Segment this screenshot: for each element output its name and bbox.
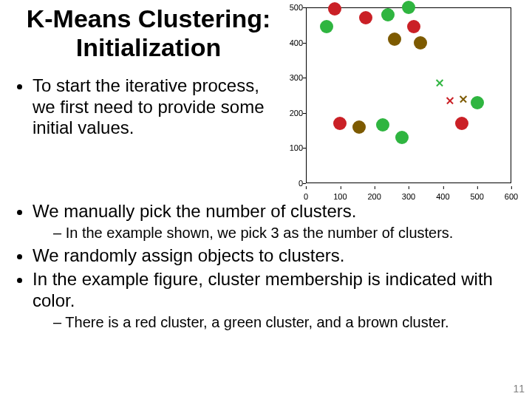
data-point: [381, 8, 395, 21]
y-tick: 500: [284, 3, 303, 12]
y-tick: 300: [284, 73, 303, 82]
y-tick: 0: [284, 179, 303, 188]
top-row: K-Means Clustering: Initialization To st…: [12, 4, 520, 201]
data-point: [407, 20, 420, 33]
bullet-2-sub: In the example shown, we pick 3 as the n…: [33, 225, 520, 242]
data-point: [471, 96, 484, 109]
data-point: [455, 117, 468, 130]
bullet-list-top: To start the iterative process, we first…: [12, 75, 278, 138]
page-number: 11: [513, 383, 525, 395]
bullet-4-sub: There is a red cluster, a green cluster,…: [33, 314, 520, 332]
y-tick: 400: [284, 38, 303, 47]
slide-title: K-Means Clustering: Initialization: [12, 4, 285, 62]
data-point: [414, 36, 427, 50]
x-tick: 300: [402, 192, 415, 201]
plot-area: [306, 7, 511, 183]
x-tick: 200: [367, 192, 381, 201]
x-tick: 0: [304, 192, 308, 201]
slide: K-Means Clustering: Initialization To st…: [0, 0, 532, 399]
data-point: [359, 11, 372, 24]
data-point: [388, 33, 401, 46]
cluster-center-cross-icon: [446, 96, 454, 105]
data-point: [352, 120, 366, 134]
data-point: [376, 118, 389, 132]
cluster-center-cross-icon: [459, 95, 468, 103]
x-tick: 400: [436, 192, 449, 201]
x-tick: 100: [333, 192, 347, 201]
data-point: [402, 1, 415, 14]
y-tick: 200: [284, 109, 303, 117]
figure: 01002003004005000100200300400500600: [284, 3, 519, 201]
cluster-center-cross-icon: [435, 78, 444, 87]
data-point: [395, 131, 409, 144]
data-point: [320, 20, 333, 33]
data-point: [333, 117, 347, 130]
bullet-2: We manually pick the number of clusters.: [33, 201, 520, 222]
bullet-4: In the example figure, cluster membershi…: [33, 269, 520, 311]
x-tick: 600: [505, 192, 518, 201]
bullet-2-sub-1: In the example shown, we pick 3 as the n…: [53, 225, 520, 242]
bullet-list-main: We manually pick the number of clusters.…: [12, 201, 520, 331]
bullet-1: To start the iterative process, we first…: [33, 75, 278, 138]
left-column: K-Means Clustering: Initialization To st…: [12, 4, 278, 141]
y-tick: 100: [284, 143, 303, 152]
bullet-3: We randomly assign objects to clusters.: [33, 245, 520, 266]
x-tick: 500: [470, 192, 483, 201]
scatter-chart: 01002003004005000100200300400500600: [284, 3, 519, 201]
data-point: [328, 2, 341, 16]
bullet-4-sub-1: There is a red cluster, a green cluster,…: [53, 314, 520, 332]
